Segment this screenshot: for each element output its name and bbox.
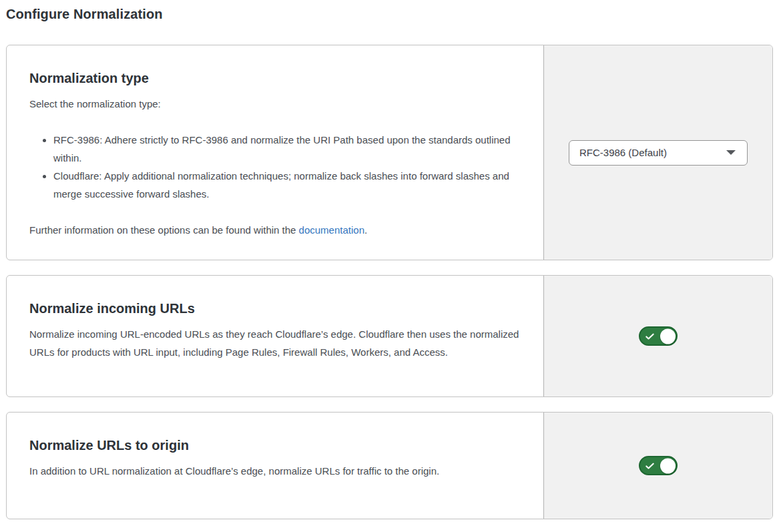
toggle-knob [660, 458, 676, 473]
normalization-type-card: Normalization type Select the normalizat… [6, 45, 773, 260]
configure-normalization-page: Configure Normalization Normalization ty… [0, 0, 779, 532]
check-icon [645, 331, 655, 341]
normalize-urls-to-origin-heading: Normalize URLs to origin [29, 437, 521, 454]
normalize-incoming-urls-content: Normalize incoming URLs Normalize incomi… [7, 276, 543, 396]
normalize-incoming-urls-heading: Normalize incoming URLs [29, 300, 521, 317]
page-title: Configure Normalization [6, 7, 773, 22]
dropdown-selected-value: RFC-3986 (Default) [579, 147, 667, 158]
normalization-type-heading: Normalization type [29, 69, 521, 87]
normalize-urls-to-origin-content: Normalize URLs to origin In addition to … [7, 413, 543, 519]
normalize-urls-to-origin-toggle[interactable] [639, 456, 678, 475]
normalize-incoming-urls-side-panel [543, 276, 772, 396]
normalize-urls-to-origin-side-panel [543, 413, 772, 519]
normalization-type-side-panel: RFC-3986 (Default) [543, 45, 772, 260]
normalization-type-dropdown[interactable]: RFC-3986 (Default) [569, 140, 748, 166]
chevron-down-icon [726, 150, 736, 155]
normalization-type-footer: Further information on these options can… [29, 221, 521, 239]
check-icon [645, 461, 655, 471]
bullet-cloudflare: Cloudflare: Apply additional normalizati… [53, 167, 521, 203]
footer-text-suffix: . [364, 224, 367, 236]
normalize-urls-to-origin-description: In addition to URL normalization at Clou… [29, 462, 521, 480]
normalize-incoming-urls-toggle[interactable] [639, 326, 678, 346]
normalization-type-intro: Select the normalization type: [29, 95, 521, 113]
normalize-incoming-urls-description: Normalize incoming URL-encoded URLs as t… [29, 325, 521, 361]
normalize-urls-to-origin-card: Normalize URLs to origin In addition to … [6, 412, 773, 519]
documentation-link[interactable]: documentation [299, 224, 364, 236]
toggle-knob [660, 328, 676, 344]
bullet-rfc-3986: RFC-3986: Adhere strictly to RFC-3986 an… [53, 131, 521, 167]
footer-text-prefix: Further information on these options can… [29, 224, 299, 236]
normalize-incoming-urls-card: Normalize incoming URLs Normalize incomi… [6, 275, 773, 397]
normalization-type-bullet-list: RFC-3986: Adhere strictly to RFC-3986 an… [29, 131, 521, 203]
normalization-type-content: Normalization type Select the normalizat… [7, 45, 543, 260]
